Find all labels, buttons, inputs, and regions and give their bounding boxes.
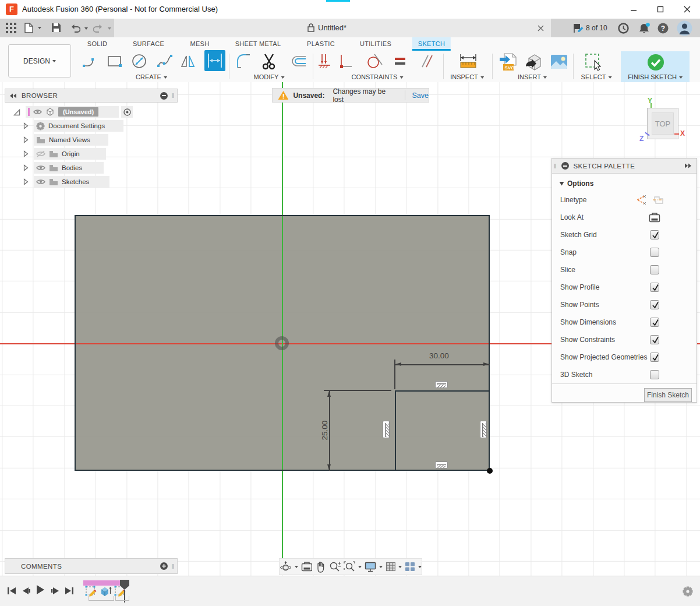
options-section-header[interactable]: Options: [559, 179, 593, 188]
show-dimensions-checkbox[interactable]: [650, 318, 659, 327]
save-icon[interactable]: [51, 23, 61, 35]
timeline-step-forward-button[interactable]: [48, 584, 62, 598]
palette-minimize-icon[interactable]: [561, 162, 569, 170]
parallel-constraint-icon[interactable]: [419, 52, 435, 72]
timeline-go-to-end-button[interactable]: [62, 584, 76, 598]
job-status-icon[interactable]: [573, 23, 584, 36]
coincident-constraint-icon[interactable]: [317, 52, 333, 72]
slice-checkbox[interactable]: [650, 265, 659, 274]
tab-solid[interactable]: SOLID: [87, 37, 108, 51]
finish-sketch-palette-button[interactable]: Finish Sketch: [644, 388, 692, 402]
horizontal-vertical-constraint-icon[interactable]: [338, 52, 354, 72]
orbit-icon[interactable]: [280, 561, 292, 573]
timeline-go-to-start-button[interactable]: [5, 584, 19, 598]
panel-grip[interactable]: ‖: [171, 92, 175, 99]
comments-header[interactable]: COMMENTS ‖: [5, 558, 178, 574]
activate-component-radio[interactable]: [121, 106, 133, 118]
design-workspace-dropdown[interactable]: DESIGN: [8, 44, 71, 77]
line-tool-icon[interactable]: [82, 52, 99, 72]
visibility-eye-icon[interactable]: [36, 179, 45, 185]
inner-rectangle[interactable]: [395, 390, 490, 471]
close-button[interactable]: [674, 0, 700, 19]
spline-tool-icon[interactable]: [156, 52, 174, 72]
show-constraints-checkbox[interactable]: [650, 335, 659, 344]
palette-grip[interactable]: ‖: [554, 163, 557, 170]
file-menu-icon[interactable]: [24, 23, 33, 36]
circle-tool-icon[interactable]: [130, 52, 148, 72]
inspect-group-label[interactable]: INSPECT: [450, 73, 484, 80]
vertical-constraint-icon[interactable]: [480, 421, 487, 438]
display-settings-icon[interactable]: [365, 561, 376, 572]
tab-utilities[interactable]: UTILITIES: [360, 37, 391, 51]
collapsed-arrow-icon[interactable]: [23, 150, 29, 157]
browser-item-label[interactable]: Sketches: [62, 178, 89, 185]
view-cube-face-label[interactable]: TOP: [652, 112, 674, 135]
create-group-label[interactable]: CREATE: [136, 73, 167, 80]
redo-caret[interactable]: [108, 27, 111, 30]
fillet-tool-icon[interactable]: [235, 52, 252, 72]
pan-hand-icon[interactable]: [315, 561, 326, 573]
offset-tool-icon[interactable]: [290, 52, 307, 72]
trim-scissors-icon[interactable]: [260, 52, 278, 72]
dimension-value-height[interactable]: 25.00: [320, 417, 329, 444]
browser-header[interactable]: BROWSER ‖: [5, 89, 178, 103]
sketch-grid-checkbox[interactable]: [650, 230, 659, 239]
rectangle-tool-icon[interactable]: [106, 52, 123, 72]
equal-constraint-icon[interactable]: [393, 52, 408, 72]
zoom-icon[interactable]: [329, 561, 341, 572]
timeline-settings-gear-icon[interactable]: [683, 586, 693, 597]
visibility-eye-icon[interactable]: [36, 165, 45, 171]
browser-item-label[interactable]: Origin: [62, 150, 80, 157]
zoom-fit-caret[interactable]: [358, 566, 362, 568]
viewports-icon[interactable]: [405, 562, 415, 572]
tab-close-icon[interactable]: [537, 24, 545, 34]
visibility-off-icon[interactable]: [36, 150, 45, 157]
app-grid-menu-icon[interactable]: [6, 23, 16, 36]
dock-arrows-icon[interactable]: [684, 163, 692, 168]
collapse-panel-icon[interactable]: [9, 93, 17, 98]
modify-group-label[interactable]: MODIFY: [254, 73, 285, 80]
insert-derive-icon[interactable]: [524, 52, 543, 73]
expand-arrow-icon[interactable]: [13, 108, 20, 116]
look-at-view-icon[interactable]: [301, 562, 313, 572]
dimension-line-width[interactable]: [395, 364, 490, 365]
notification-bell-icon[interactable]: [638, 23, 650, 37]
minimize-button[interactable]: [621, 0, 646, 19]
origin-point[interactable]: [275, 336, 289, 350]
sketch-dimension-tool-active[interactable]: [204, 50, 225, 71]
clock-history-icon[interactable]: [618, 23, 629, 36]
construction-linetype-icon[interactable]: [635, 195, 646, 205]
tab-mesh[interactable]: MESH: [190, 37, 210, 51]
browser-item-label[interactable]: Named Views: [49, 136, 90, 143]
viewports-caret[interactable]: [418, 566, 422, 568]
file-menu-caret[interactable]: [38, 27, 41, 29]
grid-caret[interactable]: [398, 566, 402, 568]
zoom-fit-icon[interactable]: [344, 561, 355, 572]
show-points-checkbox[interactable]: [650, 300, 659, 309]
comments-grip[interactable]: ‖: [171, 563, 175, 570]
collapsed-arrow-icon[interactable]: [23, 136, 29, 143]
root-document-label[interactable]: (Unsaved): [58, 107, 98, 117]
show-projected-geometries-checkbox[interactable]: [650, 353, 659, 362]
redo-icon[interactable]: [93, 24, 104, 35]
tab-sheet-metal[interactable]: SHEET METAL: [235, 37, 281, 51]
finish-sketch-button[interactable]: FINISH SKETCH: [621, 51, 690, 82]
vertical-constraint-icon[interactable]: [383, 421, 390, 438]
document-tab[interactable]: Untitled*: [114, 19, 551, 37]
centerline-linetype-icon[interactable]: [652, 195, 665, 205]
insert-group-label[interactable]: INSERT: [518, 73, 547, 80]
dimension-value-width[interactable]: 30.00: [429, 351, 449, 360]
mirror-tool-icon[interactable]: [179, 52, 197, 72]
timeline-step-back-button[interactable]: [19, 584, 33, 598]
look-at-icon[interactable]: [649, 213, 660, 223]
3d-sketch-checkbox[interactable]: [650, 370, 659, 379]
timeline-play-button[interactable]: [33, 583, 47, 597]
display-caret[interactable]: [379, 566, 383, 568]
insert-svg-icon[interactable]: SVG: [499, 52, 517, 73]
tab-sketch[interactable]: SKETCH: [412, 37, 451, 51]
help-icon[interactable]: ?: [657, 23, 669, 36]
dimension-line-height[interactable]: [329, 390, 330, 471]
undo-caret[interactable]: [84, 27, 88, 30]
sketch-palette-header[interactable]: ‖ SKETCH PALETTE: [552, 158, 697, 174]
visibility-eye-icon[interactable]: [33, 109, 42, 115]
